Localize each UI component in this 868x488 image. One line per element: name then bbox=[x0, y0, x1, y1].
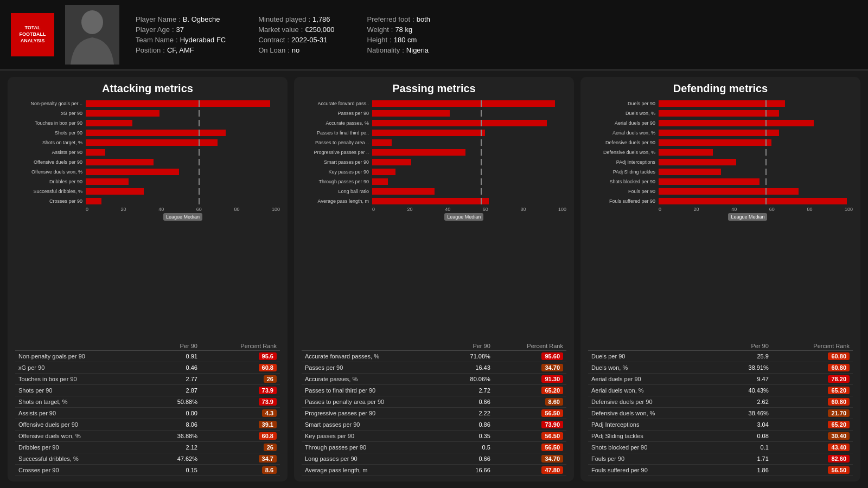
prank-badge: 95.6 bbox=[259, 352, 277, 360]
bar-fill bbox=[372, 100, 555, 107]
table-row: Shots on target, % 50.88% 73.9 bbox=[15, 396, 280, 408]
x-axis-label: 100 bbox=[558, 207, 566, 212]
league-median-label: League Median bbox=[444, 213, 483, 221]
bar-label: Non-penalty goals per .. bbox=[15, 101, 86, 106]
prank-badge: 60.8 bbox=[259, 432, 277, 440]
bar-label: Duels won, % bbox=[588, 111, 659, 116]
table-row: Accurate passes, % 80.06% 91.30 bbox=[302, 374, 566, 385]
bar-container bbox=[659, 110, 853, 117]
prank-value: 39.1 bbox=[201, 419, 280, 431]
prank-value: 30.40 bbox=[772, 431, 853, 442]
prank-badge: 65.20 bbox=[541, 387, 563, 394]
table-row: Shots per 90 2.87 73.9 bbox=[15, 385, 280, 396]
prank-badge: 30.40 bbox=[828, 432, 850, 440]
metric-name: Passes to penalty area per 90 bbox=[302, 396, 448, 408]
bar-row: Fouls per 90 bbox=[588, 187, 853, 196]
bar-row: PAdj Sliding tackles bbox=[588, 168, 853, 176]
bar-container bbox=[659, 120, 853, 126]
bar-fill bbox=[659, 130, 779, 136]
attacking-chart-area: Non-penalty goals per .. xG per 90 Touch… bbox=[15, 99, 280, 337]
bar-label: Shots on target, % bbox=[15, 140, 86, 145]
prank-value: 34.70 bbox=[494, 362, 566, 374]
league-median-line bbox=[481, 169, 482, 175]
per90-value: 1.86 bbox=[721, 465, 771, 476]
prank-value: 43.40 bbox=[772, 442, 853, 453]
bar-fill bbox=[86, 130, 226, 136]
bar-label: Defensive duels per 90 bbox=[588, 140, 659, 145]
bar-fill bbox=[659, 169, 721, 175]
x-axis-label: 20 bbox=[121, 207, 126, 212]
bar-row: Shots on target, % bbox=[15, 138, 280, 147]
bar-container bbox=[372, 149, 566, 156]
bar-fill bbox=[372, 130, 485, 136]
prank-value: 34.70 bbox=[494, 453, 566, 465]
bar-container bbox=[86, 130, 280, 136]
bar-label: Duels per 90 bbox=[588, 101, 659, 106]
prank-value: 4.3 bbox=[201, 408, 280, 419]
x-axis-label: 100 bbox=[272, 207, 280, 212]
table-header: Percent Rank bbox=[201, 342, 280, 351]
per90-value: 0.66 bbox=[448, 396, 494, 408]
prank-value: 65.20 bbox=[772, 385, 853, 396]
bar-row: Defensive duels won, % bbox=[588, 148, 853, 157]
info-col-1: Player Name : B. Ogbeche Player Age : 37… bbox=[136, 15, 226, 54]
league-median-line bbox=[199, 149, 200, 156]
prank-badge: 8.6 bbox=[262, 466, 277, 474]
prank-value: 47.80 bbox=[494, 465, 566, 476]
per90-value: 0.66 bbox=[448, 453, 494, 465]
nationality-value: Nigeria bbox=[406, 46, 429, 54]
height-label: Height bbox=[367, 36, 388, 44]
passing-table-area: Per 90Percent Rank Accurate forward pass… bbox=[302, 337, 566, 476]
table-row: Average pass length, m 16.66 47.80 bbox=[302, 465, 566, 476]
bar-row: Through passes per 90 bbox=[302, 177, 566, 186]
attacking-panel: Attacking metrics Non-penalty goals per … bbox=[8, 77, 288, 481]
metric-name: Key passes per 90 bbox=[302, 431, 448, 442]
per90-value: 0.00 bbox=[151, 408, 201, 419]
bar-row: Defensive duels per 90 bbox=[588, 138, 853, 147]
table-row: Accurate forward passes, % 71.08% 95.60 bbox=[302, 351, 566, 362]
x-axis-label: 0 bbox=[86, 207, 88, 212]
bar-container bbox=[659, 159, 853, 165]
prank-badge: 60.80 bbox=[828, 398, 850, 406]
bar-label: Fouls per 90 bbox=[588, 189, 659, 194]
league-median-line bbox=[765, 110, 767, 117]
x-axis-label: 40 bbox=[158, 207, 164, 212]
prank-badge: 91.30 bbox=[541, 375, 563, 383]
bar-fill bbox=[659, 110, 779, 117]
bar-container bbox=[372, 198, 566, 204]
svg-point-1 bbox=[81, 10, 103, 34]
league-median-line bbox=[481, 178, 482, 185]
contract-value: 2022-05-31 bbox=[291, 36, 328, 44]
bar-fill bbox=[372, 120, 547, 126]
prank-value: 34.7 bbox=[201, 453, 280, 465]
prank-value: 60.80 bbox=[772, 362, 853, 374]
per90-value: 0.08 bbox=[721, 431, 771, 442]
x-axis-label: 80 bbox=[520, 207, 526, 212]
bar-container bbox=[86, 178, 280, 185]
prank-badge: 60.80 bbox=[828, 352, 850, 360]
metric-name: xG per 90 bbox=[15, 362, 151, 374]
weight-row: Weight : 78 kg bbox=[367, 25, 430, 34]
league-median-line bbox=[765, 149, 767, 156]
table-header: Per 90 bbox=[448, 342, 494, 351]
metric-name: Smart passes per 90 bbox=[302, 419, 448, 431]
prank-badge: 73.9 bbox=[259, 387, 277, 394]
market-value: €250,000 bbox=[305, 25, 334, 34]
x-axis-label: 40 bbox=[445, 207, 450, 212]
bar-row: Duels won, % bbox=[588, 109, 853, 118]
bar-label: Offensive duels per 90 bbox=[15, 159, 86, 165]
bar-container bbox=[86, 100, 280, 107]
height-value: 180 cm bbox=[394, 36, 417, 44]
per90-value: 1.71 bbox=[721, 453, 771, 465]
table-row: Passes per 90 16.43 34.70 bbox=[302, 362, 566, 374]
metric-name: Duels per 90 bbox=[588, 351, 721, 362]
passing-chart-area: Accurate forward pass.. Passes per 90 Ac… bbox=[302, 99, 566, 337]
x-axis-label: 80 bbox=[807, 207, 812, 212]
league-median-line bbox=[481, 188, 482, 195]
prank-value: 60.8 bbox=[201, 362, 280, 374]
x-axis-label: 60 bbox=[196, 207, 202, 212]
bar-row: Duels per 90 bbox=[588, 99, 853, 108]
player-name-row: Player Name : B. Ogbeche bbox=[136, 15, 226, 23]
bar-row: Aerial duels per 90 bbox=[588, 119, 853, 127]
prank-badge: 34.7 bbox=[259, 455, 277, 463]
